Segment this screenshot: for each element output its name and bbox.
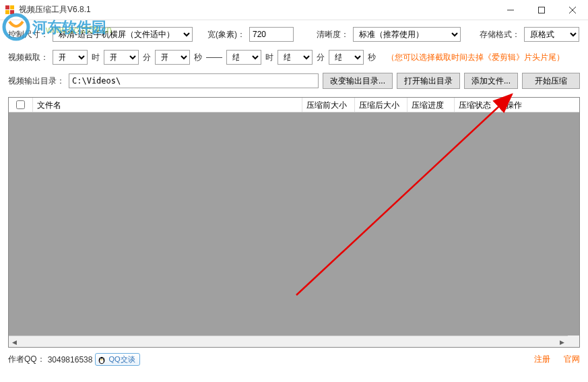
- qq-badge-text: QQ交谈: [108, 354, 135, 364]
- minimize-icon: [507, 7, 514, 13]
- min-unit-1: 分: [143, 52, 151, 63]
- settings-row-2: 视频截取： 开始 时 开始 分 开始 秒 —— 结束 时 结束 分 结束 秒 （…: [8, 50, 580, 65]
- col-before-size[interactable]: 压缩前大小: [302, 98, 355, 112]
- col-filename[interactable]: 文件名: [33, 98, 302, 112]
- horizontal-scrollbar[interactable]: ◀ ▶: [9, 336, 568, 347]
- start-hour-select[interactable]: 开始: [53, 50, 88, 65]
- hour-unit-1: 时: [92, 52, 100, 63]
- size-label: 控制尺寸：: [8, 29, 48, 40]
- hour-unit-2: 时: [265, 52, 273, 63]
- col-progress[interactable]: 压缩进度: [407, 98, 455, 112]
- clarity-select[interactable]: 标准（推荐使用）: [353, 27, 461, 42]
- maximize-icon: [538, 7, 545, 13]
- width-input[interactable]: [249, 27, 294, 42]
- end-hour-select[interactable]: 结束: [226, 50, 261, 65]
- change-dir-button[interactable]: 改变输出目录...: [323, 73, 393, 89]
- select-all-checkbox[interactable]: [16, 100, 25, 109]
- minimize-button[interactable]: [495, 0, 526, 20]
- crop-hint: （您可以选择截取时间去掉《爱剪辑》片头片尾）: [387, 52, 564, 63]
- website-link[interactable]: 官网: [564, 354, 580, 365]
- author-qq: 3049816538: [48, 355, 93, 364]
- table-header: 文件名 压缩前大小 压缩后大小 压缩进度 压缩状态 操作: [9, 98, 579, 113]
- svg-point-14: [101, 359, 102, 360]
- maximize-button[interactable]: [526, 0, 557, 20]
- sec-unit-1: 秒: [194, 52, 202, 63]
- sec-unit-2: 秒: [368, 52, 376, 63]
- outdir-label: 视频输出目录：: [8, 75, 65, 87]
- scroll-track[interactable]: [20, 336, 556, 347]
- footer: 作者QQ： 3049816538 QQ交谈 注册 官网: [0, 348, 588, 371]
- col-action[interactable]: 操作: [502, 98, 579, 112]
- svg-point-9: [100, 358, 104, 363]
- scroll-right-arrow[interactable]: ▶: [556, 336, 568, 348]
- col-after-size[interactable]: 压缩后大小: [355, 98, 407, 112]
- end-min-select[interactable]: 结束: [277, 50, 313, 65]
- width-label: 宽(象素)：: [207, 29, 245, 40]
- time-separator: ——: [206, 53, 222, 62]
- titlebar: 视频压缩工具V6.8.1: [0, 0, 588, 20]
- crop-label: 视频截取：: [8, 52, 48, 63]
- aijianji-link[interactable]: 爱剪辑: [492, 53, 516, 62]
- format-label: 存储格式：: [480, 29, 520, 40]
- open-dir-button[interactable]: 打开输出目录: [397, 73, 460, 89]
- end-sec-select[interactable]: 结束: [329, 50, 364, 65]
- register-link[interactable]: 注册: [534, 354, 550, 365]
- select-all-col[interactable]: [9, 98, 33, 112]
- format-select[interactable]: 原格式: [524, 27, 579, 42]
- scroll-left-arrow[interactable]: ◀: [9, 336, 20, 348]
- add-file-button[interactable]: 添加文件...: [464, 73, 518, 89]
- svg-point-13: [102, 358, 103, 359]
- file-table: 文件名 压缩前大小 压缩后大小 压缩进度 压缩状态 操作 ◀ ▶: [8, 97, 580, 348]
- scrollbar-corner: [568, 336, 579, 347]
- start-sec-select[interactable]: 开始: [155, 50, 190, 65]
- min-unit-2: 分: [317, 52, 325, 63]
- svg-point-12: [101, 358, 102, 359]
- close-button[interactable]: [557, 0, 588, 20]
- close-icon: [569, 7, 576, 13]
- qq-chat-button[interactable]: QQ交谈: [95, 353, 139, 366]
- start-min-select[interactable]: 开始: [104, 50, 139, 65]
- col-status[interactable]: 压缩状态: [455, 98, 502, 112]
- qq-penguin-icon: [97, 355, 106, 364]
- clarity-label: 清晰度：: [317, 29, 349, 40]
- outdir-input[interactable]: [69, 73, 319, 88]
- author-label: 作者QQ：: [8, 354, 45, 365]
- start-compress-button[interactable]: 开始压缩: [522, 73, 580, 89]
- settings-row-3: 视频输出目录： 改变输出目录... 打开输出目录 添加文件... 开始压缩: [8, 73, 580, 89]
- app-icon: [5, 5, 15, 15]
- window-title: 视频压缩工具V6.8.1: [19, 4, 91, 15]
- svg-rect-1: [539, 7, 545, 13]
- watermark-url: www.pc0359.cn: [46, 24, 112, 35]
- table-body: [9, 113, 579, 336]
